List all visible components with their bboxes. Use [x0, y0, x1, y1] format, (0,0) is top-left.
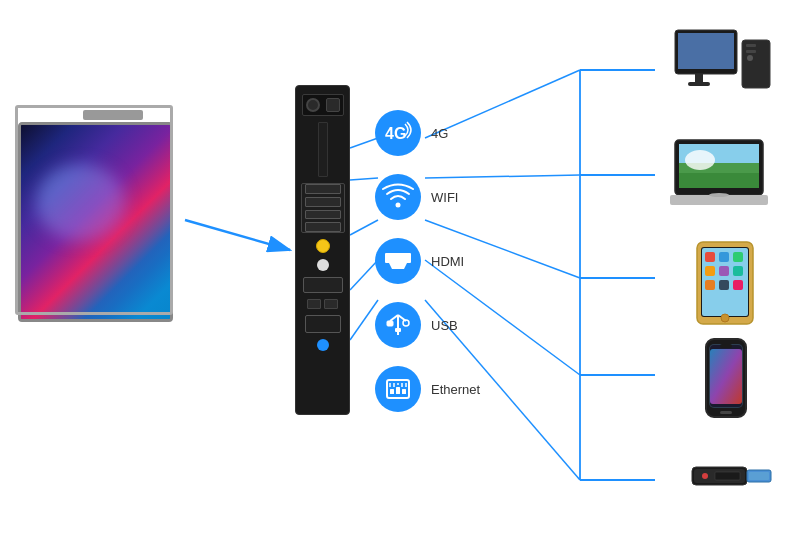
- eth-port-1: [305, 184, 341, 194]
- icons-panel: 4G 4G WIFI: [375, 110, 486, 412]
- line-wifi: [350, 178, 378, 180]
- blue-indicator: [317, 339, 329, 351]
- device-tablet: [695, 240, 760, 328]
- device-laptop: [670, 138, 780, 210]
- device-desktop: [670, 28, 775, 103]
- svg-point-34: [685, 150, 715, 170]
- eth-port-2: [305, 197, 341, 207]
- label-4g: 4G: [431, 126, 486, 141]
- device-usb-drive: [690, 460, 775, 492]
- svg-marker-5: [389, 263, 407, 269]
- svg-rect-24: [688, 82, 710, 86]
- lan-port: [305, 315, 341, 333]
- svg-rect-27: [746, 50, 756, 53]
- power-area: [302, 94, 344, 116]
- svg-point-36: [709, 193, 729, 197]
- svg-point-3: [396, 203, 401, 208]
- label-hdmi: HDMI: [431, 254, 486, 269]
- svg-line-7: [390, 315, 398, 321]
- svg-point-28: [747, 55, 753, 61]
- yellow-indicator: [316, 239, 330, 253]
- svg-rect-23: [695, 74, 703, 82]
- usb-port-2: [324, 299, 338, 309]
- icon-hdmi: [375, 238, 421, 284]
- svg-rect-47: [719, 280, 729, 290]
- icon-4g: 4G: [375, 110, 421, 156]
- line-4g: [350, 138, 378, 148]
- main-arrow-line: [185, 220, 290, 250]
- connection-usb: USB: [375, 302, 486, 348]
- svg-rect-44: [719, 266, 729, 276]
- svg-rect-54: [710, 349, 742, 404]
- connection-wifi: WIFI: [375, 174, 486, 220]
- white-button: [317, 259, 329, 271]
- eth-port-4: [305, 222, 341, 232]
- icon-wifi: [375, 174, 421, 220]
- line-ethernet: [350, 300, 378, 340]
- svg-rect-9: [387, 321, 393, 326]
- svg-rect-53: [720, 344, 732, 348]
- svg-rect-14: [396, 387, 400, 394]
- port-top: [326, 98, 340, 112]
- label-usb: USB: [431, 318, 486, 333]
- power-switch: [306, 98, 320, 112]
- diagram-container: 4G 4G WIFI: [0, 0, 800, 534]
- svg-rect-25: [742, 40, 770, 88]
- line-usb: [350, 260, 378, 290]
- svg-rect-22: [678, 33, 734, 69]
- svg-rect-26: [746, 44, 756, 47]
- svg-rect-46: [705, 280, 715, 290]
- svg-point-49: [721, 314, 729, 322]
- hdmi-port: [303, 277, 343, 293]
- icon-ethernet: [375, 366, 421, 412]
- label-wifi: WIFI: [431, 190, 486, 205]
- device-phone: [704, 337, 752, 423]
- usb-port-1: [307, 299, 321, 309]
- svg-rect-42: [733, 252, 743, 262]
- svg-rect-61: [715, 472, 740, 480]
- connection-4g: 4G 4G: [375, 110, 486, 156]
- connection-ethernet: Ethernet: [375, 366, 486, 412]
- led-frame: [15, 105, 173, 315]
- eth-ports: [301, 183, 345, 233]
- controller-box: [295, 85, 350, 415]
- eth-port-3: [305, 210, 341, 220]
- svg-rect-45: [733, 266, 743, 276]
- svg-rect-41: [719, 252, 729, 262]
- svg-rect-13: [390, 389, 394, 394]
- svg-rect-40: [705, 252, 715, 262]
- svg-rect-4: [385, 253, 411, 263]
- svg-rect-11: [395, 328, 401, 332]
- led-panel: [18, 110, 178, 330]
- svg-rect-48: [733, 280, 743, 290]
- svg-rect-43: [705, 266, 715, 276]
- svg-text:4G: 4G: [385, 125, 406, 142]
- svg-rect-59: [749, 472, 769, 480]
- label-ethernet: Ethernet: [431, 382, 486, 397]
- line-hdmi: [350, 220, 378, 235]
- icon-usb: [375, 302, 421, 348]
- svg-rect-55: [720, 411, 732, 414]
- usb-ports: [307, 299, 338, 309]
- connection-hdmi: HDMI: [375, 238, 486, 284]
- svg-rect-15: [402, 389, 406, 394]
- svg-point-60: [702, 473, 708, 479]
- label-strip: [318, 122, 328, 177]
